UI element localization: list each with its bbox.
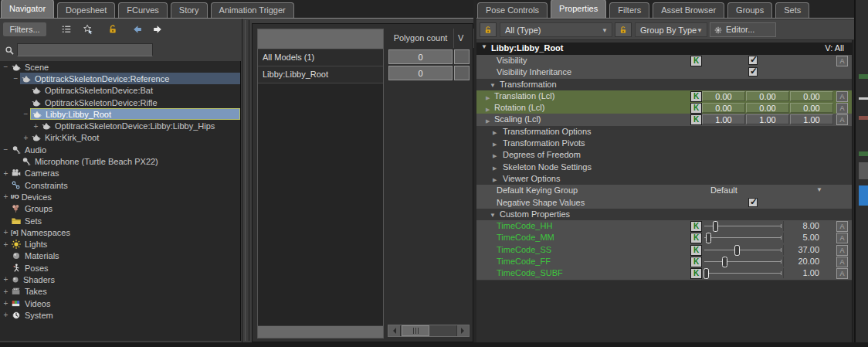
expand-icon[interactable] <box>2 309 10 321</box>
model-row-all[interactable]: All Models (1) <box>258 49 383 66</box>
tree-item-libby-hips[interactable]: OptitrackSkeletonDevice:Libby:Libby_Hips <box>0 120 240 131</box>
animation-button[interactable]: A <box>836 91 848 102</box>
tab-asset-browser[interactable]: Asset Browser <box>653 2 724 18</box>
tree-item-system[interactable]: System <box>0 309 240 321</box>
slider-thumb[interactable] <box>734 245 740 256</box>
slider-thumb[interactable] <box>704 268 709 279</box>
value-y[interactable]: 0.00 <box>746 103 789 113</box>
checkbox-checked[interactable] <box>748 198 758 207</box>
keying-group-dropdown[interactable]: Default <box>710 185 737 195</box>
property-row-timecode-hh[interactable]: TimeCode_HH K 8.00 A <box>476 220 852 232</box>
keyframe-button[interactable]: K <box>690 257 702 267</box>
tree-item-sets[interactable]: Sets <box>0 215 240 226</box>
animation-button[interactable]: A <box>836 103 848 114</box>
tree-item-materials[interactable]: Materials <box>0 250 240 262</box>
group-skeleton-node-settings[interactable]: Skeleton Node Settings <box>476 162 852 173</box>
slider-track[interactable] <box>704 226 782 226</box>
property-row-visibility-inheritance[interactable]: Visibility Inheritance <box>476 66 852 78</box>
tree-item-audio[interactable]: Audio <box>0 144 240 155</box>
group-transformation-options[interactable]: Transformation Options <box>476 126 852 138</box>
view-all-label[interactable]: V: All <box>825 43 844 53</box>
tab-fcurves[interactable]: FCurves <box>118 2 168 18</box>
tree-item-optitrack-rifle[interactable]: OptitrackSkeletonDevice:Rifle <box>0 97 240 108</box>
scroll-left-button[interactable] <box>388 325 401 336</box>
animation-button[interactable]: A <box>836 221 848 232</box>
lock-icon[interactable] <box>105 22 120 36</box>
column-header-polygon-count[interactable]: Polygon count <box>388 29 454 48</box>
slider-value[interactable]: 8.00 <box>783 221 826 231</box>
tree-item-optitrack-bat[interactable]: OptitrackSkeletonDevice:Bat <box>0 85 240 97</box>
collapse-icon[interactable]: ▼ <box>481 43 487 50</box>
forward-arrow-icon[interactable] <box>150 22 165 36</box>
tree-item-poses[interactable]: Poses <box>0 262 240 274</box>
tab-groups[interactable]: Groups <box>727 2 772 18</box>
slider-thumb[interactable] <box>706 233 711 243</box>
keyframe-button[interactable]: K <box>690 268 702 279</box>
property-row-timecode-ss[interactable]: TimeCode_SS K 37.00 A <box>476 244 852 256</box>
expand-icon[interactable] <box>2 239 10 250</box>
expand-icon[interactable] <box>486 104 490 113</box>
tree-item-scene[interactable]: Scene <box>0 61 240 73</box>
collapse-icon[interactable] <box>490 80 496 89</box>
polygon-count-cell[interactable]: 0 <box>388 49 453 64</box>
animation-button[interactable]: A <box>836 245 848 256</box>
tree-item-lights[interactable]: Lights <box>0 238 240 250</box>
section-custom-properties[interactable]: Custom Properties <box>476 209 852 220</box>
slider-value[interactable]: 37.00 <box>783 245 826 255</box>
collapse-icon[interactable] <box>2 144 10 155</box>
value-z[interactable]: 0.00 <box>790 91 833 101</box>
tree-item-kirk-root[interactable]: Kirk:Kirk_Root <box>0 132 240 144</box>
slider-track[interactable] <box>704 261 782 262</box>
group-transformation-pivots[interactable]: Transformation Pivots <box>476 138 852 149</box>
polygon-count-cell[interactable]: 0 <box>388 66 453 80</box>
tab-sets[interactable]: Sets <box>775 2 809 18</box>
property-row-rotation[interactable]: Rotation (Lcl) K 0.00 0.00 0.00 A <box>476 102 852 114</box>
property-row-default-keying-group[interactable]: Default Keying Group Default <box>476 185 852 196</box>
slider-thumb[interactable] <box>713 221 718 232</box>
expand-icon[interactable] <box>2 286 10 298</box>
expand-icon[interactable] <box>32 121 40 132</box>
property-row-translation[interactable]: Translation (Lcl) K 0.00 0.00 0.00 A <box>476 90 852 102</box>
star-cursor-icon[interactable] <box>80 22 96 36</box>
animation-button[interactable]: A <box>836 114 848 125</box>
slider-value[interactable]: 20.00 <box>783 257 826 267</box>
tab-story[interactable]: Story <box>171 2 208 18</box>
property-row-timecode-subf[interactable]: TimeCode_SUBF K 1.00 A <box>476 267 852 279</box>
panel-splitter[interactable] <box>242 19 252 342</box>
expand-icon[interactable] <box>22 132 30 144</box>
tab-navigator[interactable]: Navigator <box>1 0 54 18</box>
tree-item-cameras[interactable]: Cameras <box>0 168 240 179</box>
tree-item-takes[interactable]: Takes <box>0 286 240 298</box>
v-cell[interactable] <box>454 49 470 64</box>
expand-icon[interactable] <box>2 274 10 285</box>
tree-item-namespaces[interactable]: [a] Namespaces <box>0 226 240 238</box>
tree-item-videos[interactable]: Videos <box>0 298 240 309</box>
keyframe-button[interactable]: K <box>690 103 702 114</box>
tab-properties[interactable]: Properties <box>551 0 606 18</box>
value-x[interactable]: 0.00 <box>702 91 745 101</box>
properties-header[interactable]: ▼ Libby:Libby_Root V: All <box>476 43 852 55</box>
animation-button[interactable]: A <box>836 257 848 267</box>
value-z[interactable]: 1.00 <box>790 114 833 124</box>
property-row-negative-shape-values[interactable]: Negative Shape Values <box>476 197 852 209</box>
value-y[interactable]: 1.00 <box>746 114 789 124</box>
group-viewer-options[interactable]: Viewer Options <box>476 173 852 185</box>
expand-icon[interactable] <box>486 92 490 101</box>
expand-icon[interactable] <box>486 115 490 124</box>
tree-item-microphone[interactable]: Microphone (Turtle Beach PX22) <box>0 155 240 167</box>
keyframe-button[interactable]: K <box>690 221 702 232</box>
lock-button[interactable] <box>615 22 632 37</box>
animation-button[interactable]: A <box>836 233 848 243</box>
collapse-icon[interactable] <box>2 61 10 73</box>
model-row-libby[interactable]: Libby:Libby_Root <box>258 66 383 83</box>
property-row-timecode-ff[interactable]: TimeCode_FF K 20.00 A <box>476 256 852 267</box>
value-z[interactable]: 0.00 <box>790 103 833 113</box>
v-cell[interactable] <box>454 66 470 80</box>
expand-icon[interactable] <box>493 127 497 136</box>
type-filter-dropdown[interactable]: All (Type) <box>500 22 612 37</box>
horizontal-scrollbar[interactable] <box>388 325 470 337</box>
tree-item-shaders[interactable]: Shaders <box>0 274 240 285</box>
slider-value[interactable]: 1.00 <box>783 268 826 278</box>
keyframe-button[interactable]: K <box>690 245 702 256</box>
slider-value[interactable]: 5.00 <box>783 233 826 243</box>
